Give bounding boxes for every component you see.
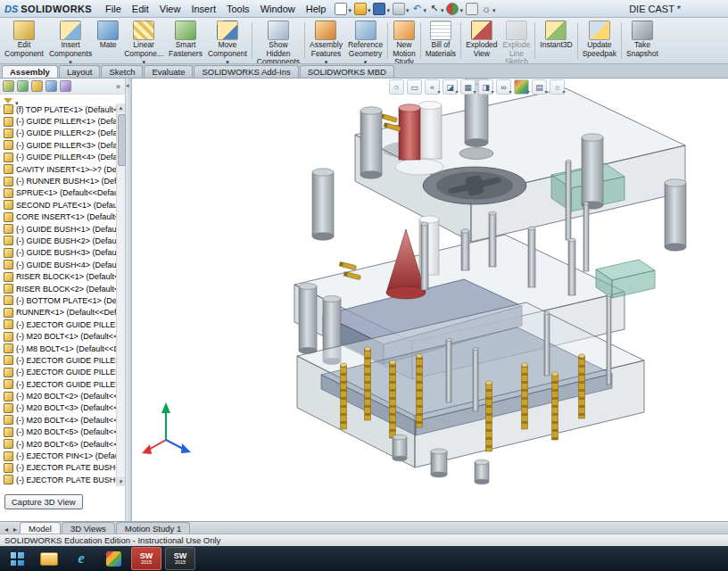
view-tool-icon[interactable] <box>407 79 422 95</box>
view-tool-icon[interactable] <box>514 79 529 95</box>
tree-item[interactable]: (-) EJECTOR GUIDE PILLER<2> ( <box>0 354 116 366</box>
tree-item[interactable]: (-) GUIDE PILLER<2> (Default< <box>0 128 116 139</box>
tree-item[interactable]: (-) M20 BOLT<5> (Default<<De <box>0 426 116 438</box>
tree-item[interactable]: (-) EJECTOR PLATE BUSH<2> (D <box>0 474 116 485</box>
tree-item[interactable]: RISER BLOCK<1> (Default<<De <box>0 270 116 282</box>
ribbon-button[interactable] <box>534 22 535 59</box>
ribbon-button[interactable]: Take Snapshot <box>624 19 661 62</box>
tree-item[interactable]: (-) GUIDE BUSH<1> (Default<<I <box>0 223 116 235</box>
tree-item[interactable]: (-) EJECTOR GUIDE PILLER<3> ( <box>0 367 116 378</box>
command-tab[interactable]: SOLIDWORKS MBD <box>300 65 394 78</box>
ribbon-button[interactable] <box>577 22 578 59</box>
quick-toolbar-button[interactable] <box>354 3 371 15</box>
ribbon-button[interactable]: Explode Line Sketch <box>500 19 534 62</box>
document-tab[interactable]: Model <box>20 522 61 534</box>
quick-toolbar-button[interactable] <box>411 3 426 15</box>
taskbar-item[interactable]: SW 2015 <box>165 547 195 570</box>
document-tab[interactable]: Motion Study 1 <box>116 522 190 534</box>
die-cast-mold-3d-model[interactable] <box>132 79 728 521</box>
quick-toolbar-button[interactable] <box>466 3 478 15</box>
panel-tab-icon[interactable] <box>3 80 14 92</box>
tree-item[interactable]: (-) EJECTOR GUIDE PILLER<1> ( <box>0 319 116 330</box>
graphics-viewport[interactable] <box>132 79 728 521</box>
quick-toolbar-button[interactable] <box>373 3 390 15</box>
ribbon-button[interactable]: Insert Components <box>46 19 95 62</box>
command-tab[interactable]: Assembly <box>2 65 58 78</box>
runner-bush[interactable] <box>395 102 443 176</box>
ribbon-button[interactable]: Edit Component <box>2 19 46 62</box>
ribbon-button[interactable]: Bill of Materials <box>423 19 459 62</box>
scroll-up-arrow[interactable] <box>117 103 125 112</box>
ribbon-button[interactable]: Exploded View <box>463 19 500 62</box>
ribbon-button[interactable] <box>621 22 622 59</box>
ribbon-button[interactable]: New Motion Study <box>390 19 418 62</box>
command-tab[interactable]: Evaluate <box>144 65 193 78</box>
quick-toolbar-button[interactable] <box>481 3 496 15</box>
tab-nav-arrow[interactable] <box>2 525 11 534</box>
panel-tab-icon[interactable] <box>31 80 43 92</box>
tree-item[interactable]: (-) BOTTOM PLATE<1> (Default <box>0 294 116 306</box>
panel-overflow-button[interactable]: » <box>116 82 122 91</box>
menu-item[interactable]: View <box>154 3 186 15</box>
tree-item[interactable]: (-) M20 BOLT<3> (Default<<De <box>0 402 116 414</box>
tree-item[interactable]: (-) M20 BOLT<4> (Default<<De <box>0 414 116 426</box>
panel-splitter[interactable] <box>126 79 132 521</box>
tree-item[interactable]: (-) M8 BOLT<1> (Default<<Def <box>0 343 116 354</box>
tree-item[interactable]: CORE INSERT<1> (Default<<I <box>0 211 116 223</box>
ribbon-button[interactable] <box>304 22 305 59</box>
tab-nav-arrow[interactable] <box>11 525 20 534</box>
tree-item[interactable]: SECOND PLATE<1> (Default<< <box>0 199 116 211</box>
view-tool-icon[interactable] <box>532 79 547 95</box>
tree-item[interactable]: (-) M20 BOLT<1> (Default<<De <box>0 330 116 342</box>
tree-item[interactable]: (-) GUIDE PILLER<1> (Default<< <box>0 115 116 127</box>
ribbon-button[interactable]: Linear Compone... <box>121 19 166 62</box>
tree-item[interactable]: CAVITY INSERT<1>->? (Default <box>0 163 116 175</box>
tree-item[interactable]: (-) GUIDE BUSH<3> (Default<<I <box>0 247 116 259</box>
ribbon-button[interactable]: Update Speedpak <box>580 19 619 62</box>
tree-item[interactable]: (-) RUNNER BUSH<1> (Default< <box>0 175 116 186</box>
view-tool-icon[interactable] <box>460 79 476 95</box>
menu-item[interactable]: Help <box>301 3 332 15</box>
ribbon-button[interactable]: Mate <box>95 19 121 62</box>
ribbon-button[interactable]: Move Component <box>205 19 250 62</box>
scroll-down-arrow[interactable] <box>117 477 125 486</box>
filter-icon[interactable] <box>4 98 12 103</box>
panel-tab-icon[interactable] <box>46 80 57 92</box>
command-tab[interactable]: Sketch <box>101 65 143 78</box>
ribbon-button[interactable] <box>460 22 461 59</box>
quick-toolbar-button[interactable] <box>335 3 352 15</box>
quick-toolbar-button[interactable] <box>393 3 410 15</box>
menu-item[interactable]: Window <box>255 3 301 15</box>
tree-item[interactable]: (f) TOP PLATE<1> (Default<<D <box>0 103 116 115</box>
taskbar-item[interactable] <box>99 548 128 569</box>
scrollbar-thumb[interactable] <box>118 114 126 166</box>
taskbar-item[interactable] <box>35 548 63 569</box>
taskbar-item[interactable] <box>3 548 31 569</box>
tree-item[interactable]: SPRUE<1> (Default<<Default>_ <box>0 187 116 199</box>
ribbon-button[interactable]: Smart Fasteners <box>166 19 205 62</box>
view-tool-icon[interactable] <box>550 79 565 95</box>
tree-item[interactable]: (-) EJECTOR GUIDE PILLER<4> ( <box>0 378 116 390</box>
tree-item[interactable]: (-) GUIDE BUSH<2> (Default<< <box>0 235 116 246</box>
menu-item[interactable]: Insert <box>186 3 221 15</box>
menu-item[interactable]: Edit <box>127 3 154 15</box>
view-tool-icon[interactable] <box>496 79 511 95</box>
view-tool-icon[interactable] <box>425 79 440 95</box>
cavity-disc[interactable] <box>423 167 526 204</box>
ribbon-button[interactable]: Reference Geometry <box>345 19 385 62</box>
tree-item[interactable]: (-) EJECTOR PLATE BUSH<1> ([ <box>0 462 116 474</box>
ribbon-button[interactable]: Show Hidden Components <box>254 19 302 62</box>
panel-tab-icon[interactable] <box>17 80 29 92</box>
menu-item[interactable]: Tools <box>221 3 255 15</box>
core-insert[interactable] <box>596 260 655 298</box>
view-tool-icon[interactable] <box>478 79 493 95</box>
view-tool-icon[interactable] <box>443 79 458 95</box>
tree-item[interactable]: (-) GUIDE PILLER<4> (Default<< <box>0 152 116 163</box>
tree-item[interactable]: (-) GUIDE PILLER<3> (Default<< <box>0 139 116 151</box>
panel-tab-icon[interactable] <box>60 80 71 92</box>
capture-3d-view-button[interactable]: Capture 3D View <box>4 494 83 509</box>
ribbon-button[interactable] <box>252 22 252 59</box>
ribbon-button[interactable]: Assembly Features <box>307 19 345 62</box>
document-tab[interactable]: 3D Views <box>62 522 115 534</box>
tree-item[interactable]: (-) EJECTOR PIN<1> (Default<< <box>0 450 116 461</box>
